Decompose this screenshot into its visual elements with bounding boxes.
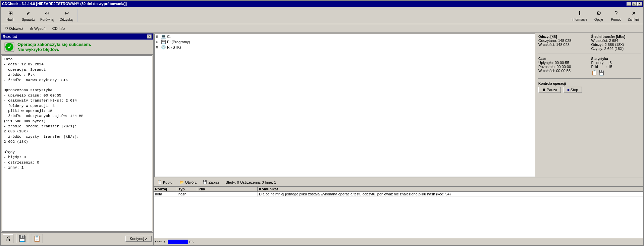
result-panel: Rezultat ✕ ✓ Operacja zakończyła się suk… [1,33,154,245]
tree-expand-c: ⊞ [156,35,160,38]
informacje-button[interactable]: ℹ Informacje [569,8,590,22]
pozostalo-row: Pozostało: 00:00:00 [538,65,589,69]
w-calosci3-row: W całości: 00:00:55 [538,69,589,73]
col-komunikat: Komunikat [258,187,643,191]
drive-icon-e: 💾 [161,40,166,44]
odczytano-row: Odczytano: 148 028 [538,39,589,43]
drive-icon-f: 💿 [161,45,166,50]
kopiuj-button[interactable]: 📋 Kopiuj [155,179,176,185]
log-row: nota hash Dla co najmniej jednego pliku … [154,192,643,197]
pauza-button[interactable]: ⏸ Pauza [538,87,561,93]
print-button[interactable]: 🖨 [3,234,13,243]
opcje-icon: ⚙ [595,9,603,17]
maximize-button[interactable]: □ [632,2,637,6]
right-panel: ⊞ 💻 C: ⊞ 💾 E: (Programy) ⊞ 💿 F: (STK) [154,33,643,245]
result-footer: 🖨 💾 📋 Kontynuj > [1,232,153,245]
tree-expand-f: ⊞ [156,46,160,49]
w-calosci-value: : 148 028 [554,43,570,47]
odswiez-button[interactable]: ↻ Odśwież [2,25,26,31]
tree-item-f[interactable]: ⊞ 💿 F: (STK) [155,45,535,50]
titlebar-buttons: _ □ ✕ [627,2,642,6]
divider2 [538,78,641,79]
file-tree: ⊞ 💻 C: ⊞ 💾 E: (Programy) ⊞ 💿 F: (STK) [154,34,535,177]
czas-section: Czas Upłynęło: 00:00:55 Pozostało: 00:00… [538,57,589,75]
wysun-button[interactable]: ⏏ Wysuń [27,25,49,31]
w-calosci3-value: : 00:00:55 [554,69,571,73]
uplynelo-value: : 00:00:55 [553,61,569,65]
kontrola-section: Kontrola operacji ⏸ Pauza ■ Stop [538,82,641,93]
czysty-value: : 2 692 (18X) [602,47,624,51]
result-panel-titlebar: Rezultat ✕ [1,34,153,40]
save-button[interactable]: 💾 [16,234,28,243]
odzyskaj-button[interactable]: ↩ Odzyskaj [57,8,76,22]
pozostalo-value: : 00:00:00 [554,65,571,69]
divider1 [538,54,641,54]
tree-item-e[interactable]: ⊞ 💾 E: (Programy) [155,39,535,45]
sprawdz-button[interactable]: ✔ Sprawdź [19,8,37,22]
log-cell-plik [197,192,258,196]
uplynelo-label: Upłynęło [538,61,553,65]
result-header-text: Operacja zakończyła się sukcesem. Nie wy… [17,42,91,52]
continue-button[interactable]: Kontynuj > [125,236,152,242]
czas-title: Czas [538,57,589,61]
w-calosci2-value: : 2 684 [607,39,619,43]
odczyt-section: Odczyt [kB] Odczytano: 148 028 W całości… [538,35,589,51]
log-cell-rodzaj: nota [154,192,177,196]
result-title: Operacja zakończyła się sukcesem. [17,42,91,47]
pliki-value: : 15 [606,65,612,69]
tree-item-c[interactable]: ⊞ 💻 C: [155,34,535,39]
w-calosci2-label: W całości [591,39,607,43]
toolbar-separator [77,9,78,22]
main-toolbar: ⊞ Hash ✔ Sprawdź ⇔ Porównaj ↩ Odzyskaj ℹ… [1,7,643,24]
close-button[interactable]: ✕ [637,2,642,6]
porownaj-button[interactable]: ⇔ Porównaj [38,8,57,22]
porownaj-icon: ⇔ [43,9,51,17]
stop-button[interactable]: ■ Stop [564,87,582,93]
pauza-icon: ⏸ [542,88,546,92]
czysty-row: Czysty: 2 692 (18X) [591,47,642,51]
app-title: CDCheck - 3.1.14.0 [NIEZAREJESTROWANY (3… [2,2,127,6]
col-plik: Plik [197,187,258,191]
copy-button[interactable]: 📋 [31,234,43,243]
log-cell-komunikat: Dla co najmniej jednego pliku została wy… [258,192,643,196]
odczyt-title: Odczyt [kB] [538,35,589,39]
info-middle-row: Czas Upłynęło: 00:00:55 Pozostało: 00:00… [538,57,641,75]
kontrola-title: Kontrola operacji [538,82,641,85]
czysty-label: Czysty [591,47,602,51]
cdinfo-button[interactable]: CD Info [49,26,68,31]
save-small-icon: 💾 [598,70,604,75]
statystyka-section: Statystyka Foldery : 3 Pliki : 15 📋 💾 [591,57,642,75]
main-content: Rezultat ✕ ✓ Operacja zakończyła się suk… [1,33,643,245]
copy-small-icon: 📋 [591,70,597,75]
result-content: Info - data: 12.02.2024 - operacja: Spra… [2,55,152,232]
result-panel-title: Rezultat [3,35,17,39]
pomoc-button[interactable]: ? Pomoc [608,8,625,22]
drive-icon-c: 💻 [161,34,166,39]
otworz-button[interactable]: 📂 Otwórz [177,179,199,185]
titlebar: CDCheck - 3.1.14.0 [NIEZAREJESTROWANY (3… [1,1,643,7]
result-panel-close[interactable]: ✕ [147,35,152,39]
pliki-row: Pliki : 15 [591,65,642,69]
minimize-button[interactable]: _ [627,2,631,6]
sredni-title: Średni transfer [kB/s] [591,35,642,39]
status-label: Status: [155,240,166,244]
sprawdz-icon: ✔ [24,9,32,17]
kopiuj-icon: 📋 [157,180,162,184]
content-middle: ⊞ 💻 C: ⊞ 💾 E: (Programy) ⊞ 💿 F: (STK) [154,33,643,178]
status-progress [168,240,188,244]
tree-expand-e: ⊞ [156,40,160,44]
zamknij-button[interactable]: ✕ Zamknij [625,8,642,22]
hash-button[interactable]: ⊞ Hash [2,8,19,22]
odczyt-value: : 2 686 (18X) [603,43,624,47]
odczytano-value: 148 028 [558,39,572,43]
w-calosci2-row: W całości: 2 684 [591,39,642,43]
pozostalo-label: Pozostało [538,65,554,69]
statystyka-title: Statystyka [591,57,642,61]
opcje-button[interactable]: ⚙ Opcje [590,8,607,22]
foldery-label: Foldery [591,61,604,65]
tree-label-c: C: [167,35,171,39]
tree-label-e: E: (Programy) [167,40,190,44]
wysun-icon: ⏏ [30,26,33,30]
zapisz-button[interactable]: 💾 Zapisz [200,179,221,185]
hash-icon: ⊞ [6,9,14,17]
